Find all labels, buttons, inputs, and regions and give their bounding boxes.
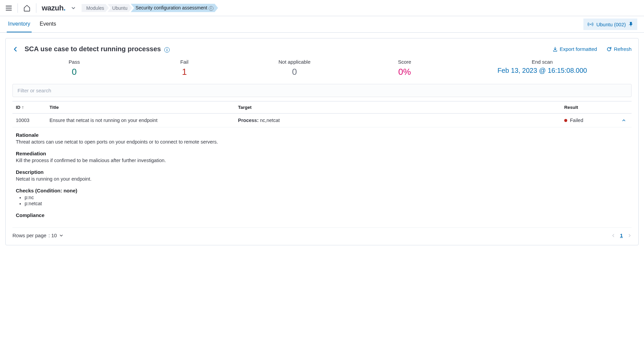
- breadcrumb-agent[interactable]: Ubuntu: [107, 4, 132, 12]
- back-button[interactable]: [12, 46, 19, 52]
- col-expand: [618, 101, 632, 114]
- topbar-left: wazuh. Modules Ubuntu Security configura…: [5, 3, 218, 13]
- subnav: Inventory Events Ubuntu (002): [0, 16, 644, 33]
- tabs: Inventory Events: [7, 16, 58, 32]
- table-row-details: Rationale Threat actors can use netcat t…: [12, 127, 632, 228]
- cell-result: Failed: [561, 114, 618, 127]
- col-title[interactable]: Title: [46, 101, 235, 114]
- panel-header-left: SCA use case to detect running processes…: [12, 45, 170, 53]
- detail-description: Description Netcat is running on your en…: [16, 169, 628, 182]
- page-current[interactable]: 1: [620, 233, 623, 238]
- cell-target: Process: nc,netcat: [235, 114, 561, 127]
- divider: [18, 3, 18, 13]
- search-wrap: [12, 84, 632, 97]
- menu-icon[interactable]: [5, 5, 12, 11]
- stat-na: Not applicable 0: [239, 59, 349, 77]
- sort-asc-icon: ↑: [22, 105, 24, 110]
- status-dot-fail: [564, 119, 567, 122]
- refresh-button[interactable]: Refresh: [606, 46, 632, 52]
- stat-fail: Fail 1: [129, 59, 239, 77]
- page-prev[interactable]: [611, 234, 615, 238]
- stats-row: Pass 0 Fail 1 Not applicable 0 Score 0% …: [12, 59, 632, 77]
- chevron-down-icon[interactable]: [71, 5, 76, 11]
- cell-expand[interactable]: [618, 114, 632, 127]
- divider: [36, 3, 36, 13]
- tab-events[interactable]: Events: [38, 16, 58, 32]
- tab-inventory[interactable]: Inventory: [7, 16, 32, 32]
- broadcast-icon: [587, 21, 594, 27]
- detail-compliance: Compliance: [16, 212, 628, 218]
- search-input[interactable]: [13, 84, 631, 97]
- results-table: ID↑ Title Target Result 10003 Ensure tha…: [12, 101, 632, 228]
- breadcrumb-current[interactable]: Security configuration assessmenti: [131, 4, 218, 12]
- agent-label: Ubuntu (002): [596, 22, 626, 27]
- check-item: p:netcat: [25, 201, 628, 206]
- breadcrumb-modules[interactable]: Modules: [81, 4, 109, 12]
- export-button[interactable]: Export formatted: [552, 46, 597, 52]
- agent-badge[interactable]: Ubuntu (002): [583, 19, 637, 30]
- panel-header: SCA use case to detect running processes…: [12, 45, 632, 53]
- rows-per-page[interactable]: Rows per page: 10: [12, 233, 64, 238]
- detail-remediation: Remediation Kill the process if confirme…: [16, 151, 628, 163]
- page-next[interactable]: [628, 234, 632, 238]
- col-target[interactable]: Target: [235, 101, 561, 114]
- refresh-icon: [606, 47, 612, 52]
- svg-point-0: [590, 24, 591, 25]
- chevron-up-icon: [621, 118, 628, 123]
- breadcrumbs: Modules Ubuntu Security configuration as…: [81, 4, 218, 12]
- chevron-down-icon: [59, 233, 64, 238]
- page: SCA use case to detect running processes…: [0, 33, 644, 251]
- info-icon[interactable]: i: [164, 47, 170, 53]
- logo[interactable]: wazuh.: [42, 4, 65, 12]
- check-item: p:nc: [25, 195, 628, 200]
- table-row[interactable]: 10003 Ensure that netcat is not running …: [12, 114, 632, 127]
- stat-end-scan: End scan Feb 13, 2023 @ 16:15:08.000: [460, 59, 625, 77]
- pagination: 1: [611, 233, 632, 238]
- cell-id: 10003: [12, 114, 46, 127]
- detail-checks: Checks (Condition: none) p:nc p:netcat: [16, 188, 628, 206]
- table-footer: Rows per page: 10 1: [12, 228, 632, 238]
- panel-title: SCA use case to detect running processes…: [25, 45, 170, 53]
- panel-actions: Export formatted Refresh: [552, 46, 632, 52]
- main-panel: SCA use case to detect running processes…: [5, 38, 639, 245]
- col-result[interactable]: Result: [561, 101, 618, 114]
- info-icon: i: [209, 6, 213, 11]
- col-id[interactable]: ID↑: [12, 101, 46, 114]
- pin-icon[interactable]: [629, 22, 633, 27]
- cell-title: Ensure that netcat is not running on you…: [46, 114, 235, 127]
- download-icon: [552, 47, 558, 52]
- detail-rationale: Rationale Threat actors can use netcat t…: [16, 132, 628, 145]
- row-details: Rationale Threat actors can use netcat t…: [12, 127, 632, 227]
- home-icon[interactable]: [23, 4, 31, 12]
- topbar: wazuh. Modules Ubuntu Security configura…: [0, 0, 644, 16]
- stat-pass: Pass 0: [19, 59, 129, 77]
- stat-score: Score 0%: [349, 59, 460, 77]
